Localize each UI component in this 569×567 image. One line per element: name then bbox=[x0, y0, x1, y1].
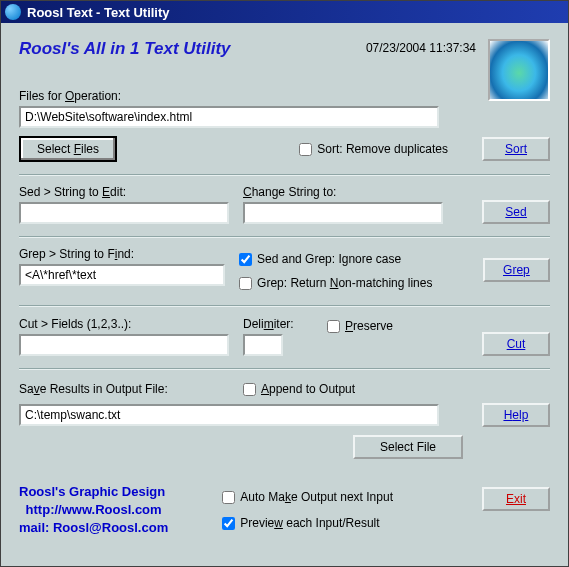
window-title: Roosl Text - Text Utility bbox=[27, 5, 170, 20]
sed-edit-label: Sed > String to Edit: bbox=[19, 185, 229, 199]
preview-checkbox[interactable]: Preview each Input/Result bbox=[222, 513, 393, 533]
sed-change-label: Change String to: bbox=[243, 185, 443, 199]
cut-fields-input[interactable] bbox=[19, 334, 229, 356]
footer-info: Roosl's Graphic Design http://www.Roosl.… bbox=[19, 483, 168, 537]
sed-button[interactable]: Sed bbox=[482, 200, 550, 224]
ignore-case-checkbox[interactable]: Sed and Grep: Ignore case bbox=[239, 249, 455, 269]
timestamp: 07/23/2004 11:37:34 bbox=[366, 41, 476, 55]
select-output-file-button[interactable]: Select File bbox=[353, 435, 463, 459]
append-output-checkbox[interactable]: Append to Output bbox=[243, 379, 355, 399]
footer-line1: Roosl's Graphic Design bbox=[19, 483, 168, 501]
app-window: Roosl Text - Text Utility Roosl's All in… bbox=[0, 0, 569, 567]
cut-fields-label: Cut > Fields (1,2,3..): bbox=[19, 317, 229, 331]
preserve-checkbox[interactable]: Preserve bbox=[327, 316, 393, 336]
sed-edit-input[interactable] bbox=[19, 202, 229, 224]
grep-find-input[interactable] bbox=[19, 264, 225, 286]
files-label: Files for Operation: bbox=[19, 89, 550, 103]
footer-line3: mail: Roosl@Roosl.com bbox=[19, 519, 168, 537]
non-matching-checkbox[interactable]: Grep: Return Non-matching lines bbox=[239, 273, 455, 293]
exit-button[interactable]: Exit bbox=[482, 487, 550, 511]
sort-remove-duplicates-checkbox[interactable]: Sort: Remove duplicates bbox=[299, 139, 448, 159]
cut-button[interactable]: Cut bbox=[482, 332, 550, 356]
auto-make-output-checkbox[interactable]: Auto Make Output next Input bbox=[222, 487, 393, 507]
sed-change-input[interactable] bbox=[243, 202, 443, 224]
output-file-input[interactable] bbox=[19, 404, 439, 426]
files-input[interactable] bbox=[19, 106, 439, 128]
select-files-button[interactable]: Select Files bbox=[19, 136, 117, 162]
grep-button[interactable]: Grep bbox=[483, 258, 550, 282]
help-button[interactable]: Help bbox=[482, 403, 550, 427]
app-icon bbox=[5, 4, 21, 20]
delimiter-label: Delimiter: bbox=[243, 317, 313, 331]
footer-line2: http://www.Roosl.com bbox=[19, 501, 168, 519]
title-bar: Roosl Text - Text Utility bbox=[1, 1, 568, 23]
sort-button[interactable]: Sort bbox=[482, 137, 550, 161]
app-title: Roosl's All in 1 Text Utility bbox=[19, 39, 231, 59]
save-output-label: Save Results in Output File: bbox=[19, 382, 229, 396]
grep-find-label: Grep > String to Find: bbox=[19, 247, 225, 261]
delimiter-input[interactable] bbox=[243, 334, 283, 356]
